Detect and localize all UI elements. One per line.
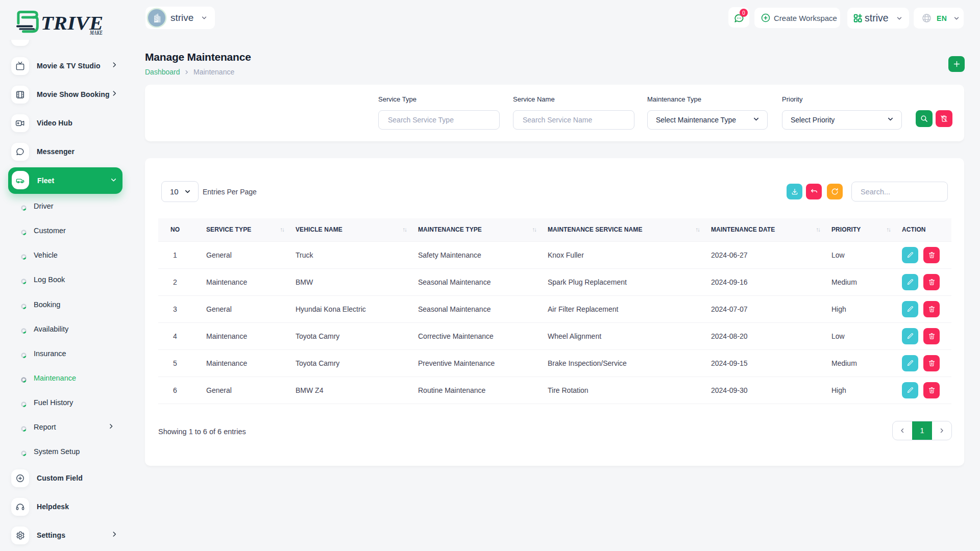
svg-text:MAKE: MAKE: [89, 30, 103, 36]
